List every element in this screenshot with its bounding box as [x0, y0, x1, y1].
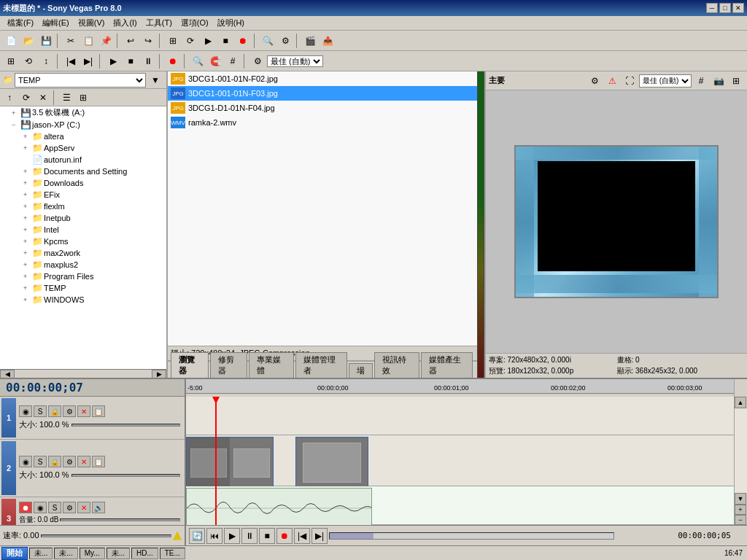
track3-extra[interactable]: 🔊	[92, 502, 105, 513]
loop-toggle-btn[interactable]: 🔄	[189, 528, 205, 544]
tree-item-program-files[interactable]: + 📁 Program Files	[0, 271, 166, 282]
track1-delete[interactable]: ✕	[77, 405, 90, 417]
zoom-plus-btn[interactable]: +	[735, 505, 746, 515]
preview-fullscreen-btn[interactable]: ⛶	[622, 73, 638, 89]
track2-size-slider[interactable]	[71, 474, 180, 477]
file-entry-f03[interactable]: JPG 3DCG1-001-01N-F03.jpg	[168, 86, 477, 101]
track1-size-slider[interactable]	[71, 424, 180, 427]
tb2-btn5[interactable]: ▶|	[80, 53, 96, 69]
rewind-btn[interactable]: ⏮	[206, 528, 222, 544]
start-button[interactable]: 開始	[1, 547, 28, 560]
track2-settings[interactable]: ⚙	[63, 456, 76, 467]
tree-item-maxplus2[interactable]: + 📁 maxplus2	[0, 259, 166, 271]
save-button[interactable]: 💾	[38, 33, 54, 49]
timeline-hscroll[interactable]	[329, 532, 614, 540]
track1-settings[interactable]: ⚙	[63, 405, 76, 417]
skip-start-btn[interactable]: |◀	[294, 528, 310, 544]
quality-select[interactable]: 最佳 (自動)	[267, 55, 323, 67]
pause-transport-btn[interactable]: ⏸	[241, 528, 258, 544]
new-button[interactable]: 📄	[3, 33, 19, 49]
loop-button[interactable]: ⟳	[182, 33, 198, 49]
zoom-minus-btn[interactable]: −	[735, 515, 746, 525]
render-button[interactable]: 🎬	[302, 33, 318, 49]
tab-trimmer[interactable]: 修剪器	[210, 352, 248, 378]
tree-item-max2work[interactable]: + 📁 max2work	[0, 247, 166, 259]
tree-item-drive-a[interactable]: + 💾 3.5 軟碟機 (A:)	[0, 106, 166, 119]
tb2-pause[interactable]: ⏸	[140, 53, 156, 69]
tb2-zoom[interactable]: 🔍	[190, 53, 206, 69]
tb2-rec[interactable]: ⏺	[165, 53, 181, 69]
paste-button[interactable]: 📌	[98, 33, 114, 49]
taskbar-win-4[interactable]: 未...	[107, 548, 130, 559]
track2-delete[interactable]: ✕	[77, 456, 90, 467]
track3-mute[interactable]: ◉	[34, 502, 47, 513]
menu-file[interactable]: 檔案(F)	[3, 16, 38, 30]
undo-button[interactable]: ↩	[123, 33, 139, 49]
menu-edit[interactable]: 編輯(E)	[38, 16, 74, 30]
tree-item-drive-c[interactable]: − 💾 jason-XP (C:)	[0, 119, 166, 131]
rate-slider[interactable]	[41, 534, 171, 537]
menu-options[interactable]: 選項(O)	[177, 16, 213, 30]
menu-help[interactable]: 說明(H)	[213, 16, 249, 30]
file-entry-f04[interactable]: JPG 3DCG1-D1-01N-F04.jpg	[168, 101, 477, 115]
record-transport-btn[interactable]: ⏺	[276, 528, 293, 544]
tree-item-altera[interactable]: + 📁 altera	[0, 131, 166, 142]
tree-item-kpcms[interactable]: + 📁 Kpcms	[0, 236, 166, 247]
tb2-stop[interactable]: ■	[123, 53, 139, 69]
copy-button[interactable]: 📋	[80, 33, 96, 49]
track1-solo[interactable]: S	[34, 405, 47, 417]
track3-solo[interactable]: S	[48, 502, 61, 513]
tab-media-manager[interactable]: 媒體管理者	[295, 352, 347, 378]
menu-insert[interactable]: 插入(I)	[109, 16, 141, 30]
tree-item-temp[interactable]: + 📁 TEMP	[0, 282, 166, 294]
tb2-btn1[interactable]: ⊞	[3, 53, 19, 69]
tree-item-efix[interactable]: + 📁 EFix	[0, 189, 166, 201]
tab-media-generator[interactable]: 媒體產生器	[421, 352, 473, 378]
maximize-button[interactable]: □	[719, 3, 731, 13]
fb-view-button[interactable]: ☰	[58, 90, 74, 106]
play-transport-btn[interactable]: ▶	[224, 528, 240, 544]
track3-settings[interactable]: ⚙	[63, 502, 76, 513]
file-tree[interactable]: + 💾 3.5 軟碟機 (A:) − 💾 jason-XP (C:) + 📁 a…	[0, 106, 166, 369]
track2-lock[interactable]: 🔒	[48, 456, 61, 467]
tree-item-downloads[interactable]: + 📁 Downloads	[0, 177, 166, 189]
record-button[interactable]: ⏺	[235, 33, 251, 49]
snap-button[interactable]: ⊞	[165, 33, 181, 49]
tree-item-autorun[interactable]: 📄 autorun.inf	[0, 154, 166, 166]
scroll-left-btn[interactable]: ◀	[0, 370, 15, 378]
properties-button[interactable]: ⚙	[277, 33, 293, 49]
track2-content[interactable]	[186, 435, 734, 486]
track3-delete[interactable]: ✕	[77, 502, 90, 513]
tb2-snap[interactable]: 🧲	[207, 53, 223, 69]
path-go-button[interactable]: ▼	[147, 72, 163, 88]
scroll-right-btn[interactable]: ▶	[152, 370, 166, 378]
track2-extra[interactable]: 📋	[92, 456, 105, 467]
taskbar-win-2[interactable]: 未...	[54, 548, 77, 559]
fb-up-button[interactable]: ↑	[1, 90, 18, 106]
vscroll-down[interactable]: ▼	[735, 493, 746, 505]
vscroll-up[interactable]: ▲	[735, 397, 746, 408]
taskbar-win-5[interactable]: HD...	[131, 548, 158, 559]
cut-button[interactable]: ✂	[63, 33, 79, 49]
tab-professional[interactable]: 專業媒體	[249, 352, 294, 378]
track1-extra[interactable]: 📋	[92, 405, 105, 417]
stop-transport-btn[interactable]: ■	[259, 528, 275, 544]
preview-settings-btn[interactable]: ⚙	[587, 73, 603, 89]
track1-mute[interactable]: ◉	[19, 405, 32, 417]
tree-item-flexlm[interactable]: + 📁 flexlm	[0, 201, 166, 212]
tb2-btn2[interactable]: ⟲	[20, 53, 36, 69]
taskbar-win-6[interactable]: TE...	[160, 548, 185, 559]
redo-button[interactable]: ↪	[140, 33, 156, 49]
taskbar-win-1[interactable]: 未...	[29, 548, 53, 559]
skip-end-btn[interactable]: ▶|	[311, 528, 328, 544]
export-button[interactable]: 📤	[320, 33, 336, 49]
tb2-btn3[interactable]: ↕	[38, 53, 54, 69]
track2-mute[interactable]: ◉	[19, 456, 32, 467]
zoom-in-button[interactable]: 🔍	[260, 33, 276, 49]
menu-tools[interactable]: 工具(T)	[142, 16, 177, 30]
stop-button[interactable]: ■	[217, 33, 233, 49]
preview-screenshot-btn[interactable]: 📷	[711, 73, 727, 89]
file-entry-wmv[interactable]: WMV ramka-2.wmv	[168, 115, 477, 130]
video-clip-1[interactable]	[186, 437, 274, 489]
fb-refresh-button[interactable]: ⟳	[18, 90, 34, 106]
